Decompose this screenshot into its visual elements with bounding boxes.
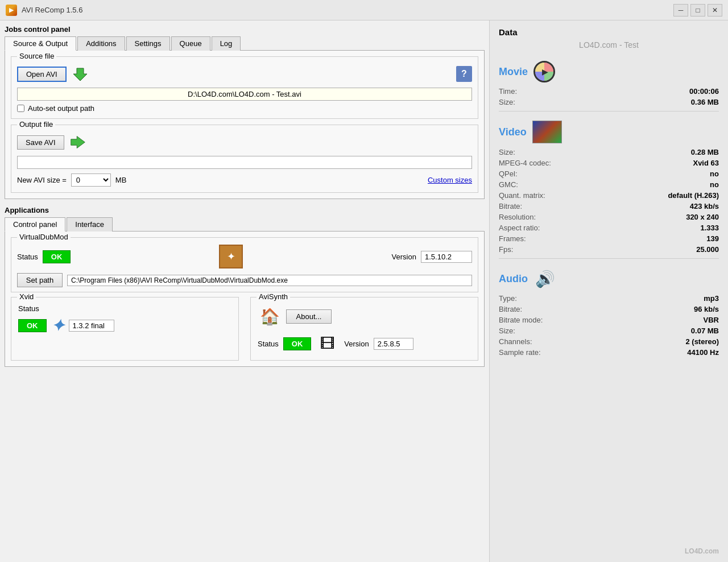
virtual-dub-label: VirtualDubMod bbox=[17, 233, 71, 241]
audio-speaker-icon: 🔊 bbox=[533, 268, 556, 290]
source-file-label: Source file bbox=[17, 52, 56, 60]
vdub-path-input[interactable] bbox=[67, 275, 472, 286]
video-size-row: Size: 0.28 MB bbox=[499, 147, 719, 158]
xvid-version-input[interactable] bbox=[69, 320, 114, 332]
movie-label: Movie bbox=[499, 66, 528, 78]
bitrate-mode-row: Bitrate mode: VBR bbox=[499, 315, 719, 325]
jobs-content: Source file Open AVI ? bbox=[5, 51, 485, 199]
auto-set-path-label: Auto-set output path bbox=[28, 104, 94, 113]
avisynth-section: AviSynth 🏠 About... Status OK 🎞 Version bbox=[250, 297, 478, 361]
xvid-status-value: OK bbox=[18, 319, 47, 332]
output-filepath-input[interactable] bbox=[17, 156, 472, 169]
frames-value: 139 bbox=[706, 234, 719, 243]
video-label: Video bbox=[499, 126, 527, 138]
vdub-version-row: Version bbox=[392, 251, 472, 263]
virtual-dub-box: VirtualDubMod Status OK ✦ Version bbox=[11, 237, 478, 292]
vdub-status-row: Status OK bbox=[17, 250, 71, 263]
avisynth-about-row: 🏠 About... bbox=[258, 304, 471, 328]
vdub-icon: ✦ bbox=[219, 245, 243, 268]
left-panel: Jobs control panel Source & Output Addit… bbox=[0, 20, 489, 562]
audio-size-value: 0.07 MB bbox=[691, 327, 719, 335]
movie-size-label: Size: bbox=[499, 98, 515, 106]
jobs-tab-bar: Source & Output Additions Settings Queue… bbox=[5, 36, 485, 51]
bitrate-label: Bitrate: bbox=[499, 202, 522, 210]
avisynth-house-icon: 🏠 bbox=[258, 304, 282, 328]
avisynth-status-label: Status bbox=[258, 340, 279, 348]
data-panel-title: Data bbox=[499, 27, 518, 37]
close-button[interactable]: ✕ bbox=[708, 4, 722, 16]
size-unit: MB bbox=[115, 176, 127, 184]
svg-marker-1 bbox=[71, 137, 85, 148]
quant-label: Quant. matrix: bbox=[499, 191, 545, 200]
minimize-button[interactable]: ─ bbox=[673, 4, 688, 16]
avisynth-version-label: Version bbox=[344, 340, 369, 348]
vdub-status-value: OK bbox=[43, 250, 71, 263]
app-title: AVI ReComp 1.5.6 bbox=[22, 6, 673, 14]
save-avi-button[interactable]: Save AVI bbox=[17, 135, 64, 150]
app-tab-control-panel[interactable]: Control panel bbox=[5, 217, 65, 232]
app-icon: ▶ bbox=[6, 5, 17, 16]
channels-value: 2 (stereo) bbox=[685, 337, 719, 346]
maximize-button[interactable]: □ bbox=[690, 4, 705, 16]
quant-row: Quant. matrix: default (H.263) bbox=[499, 190, 719, 201]
gmc-value: no bbox=[710, 180, 719, 189]
audio-size-label: Size: bbox=[499, 327, 515, 335]
audio-section-header: Audio 🔊 bbox=[499, 268, 719, 290]
set-path-button[interactable]: Set path bbox=[17, 273, 63, 287]
xvid-logo-icon: ✦ bbox=[51, 316, 64, 335]
resolution-row: Resolution: 320 x 240 bbox=[499, 212, 719, 222]
auto-set-path-checkbox[interactable] bbox=[17, 105, 24, 112]
source-filepath-input[interactable] bbox=[17, 88, 472, 101]
xvid-status-row: Status bbox=[18, 304, 39, 313]
tab-queue[interactable]: Queue bbox=[171, 36, 210, 51]
movie-section-header: Movie ▶ bbox=[499, 61, 719, 82]
xvid-section: Xvid Status OK ✦ bbox=[11, 297, 239, 361]
time-value: 00:00:06 bbox=[689, 87, 719, 96]
codec-row: MPEG-4 codec: Xvid 63 bbox=[499, 158, 719, 168]
custom-sizes-link[interactable]: Custom sizes bbox=[428, 176, 472, 184]
resolution-label: Resolution: bbox=[499, 213, 536, 221]
codec-value: Xvid 63 bbox=[693, 159, 719, 167]
size-select[interactable]: 0 700 1400 bbox=[71, 173, 111, 187]
size-row: New AVI size = 0 700 1400 MB Custom size… bbox=[17, 173, 472, 187]
tab-settings[interactable]: Settings bbox=[126, 36, 170, 51]
tab-source-output[interactable]: Source & Output bbox=[5, 36, 76, 51]
sample-rate-row: Sample rate: 44100 Hz bbox=[499, 347, 719, 358]
sample-rate-value: 44100 Hz bbox=[687, 348, 719, 357]
size-label: New AVI size = bbox=[17, 176, 67, 184]
audio-size-row: Size: 0.07 MB bbox=[499, 325, 719, 336]
codec-label: MPEG-4 codec: bbox=[499, 159, 551, 167]
tab-log[interactable]: Log bbox=[212, 36, 241, 51]
xvid-status-label: Status bbox=[18, 304, 39, 313]
vdub-version-input[interactable] bbox=[421, 251, 472, 263]
save-arrow-icon bbox=[69, 133, 87, 151]
video-size-label: Size: bbox=[499, 148, 515, 156]
app-tab-interface[interactable]: Interface bbox=[67, 217, 113, 232]
lo4d-test-label: LO4D.com - Test bbox=[579, 40, 639, 49]
audio-type-row: Type: mp3 bbox=[499, 293, 719, 304]
tab-additions[interactable]: Additions bbox=[77, 36, 125, 51]
avisynth-label: AviSynth bbox=[257, 292, 290, 301]
open-avi-button[interactable]: Open AVI bbox=[17, 67, 67, 82]
avisynth-bottom-row: Status OK 🎞 Version bbox=[258, 332, 471, 356]
right-panel: Data LO4D.com - Test Movie ▶ Time: 00:00… bbox=[489, 20, 728, 562]
avisynth-film-icon: 🎞 bbox=[316, 332, 340, 356]
xvid-label: Xvid bbox=[17, 292, 36, 301]
channels-label: Channels: bbox=[499, 337, 532, 346]
play-button-icon[interactable]: ▶ bbox=[533, 61, 555, 82]
audio-bitrate-value: 96 kb/s bbox=[694, 305, 719, 313]
avisynth-status-value: OK bbox=[283, 337, 312, 350]
download-arrow-icon bbox=[71, 65, 89, 83]
output-file-section: Output file Save AVI New AVI size = bbox=[11, 125, 478, 193]
output-file-label: Output file bbox=[17, 120, 55, 129]
applications-section: Applications Control panel Interface Vir… bbox=[5, 206, 485, 367]
jobs-panel-title: Jobs control panel bbox=[5, 25, 485, 34]
qpel-value: no bbox=[710, 170, 719, 178]
help-button[interactable]: ? bbox=[456, 66, 472, 82]
avisynth-version-input[interactable] bbox=[374, 338, 413, 350]
aspect-value: 1.333 bbox=[700, 224, 719, 232]
bitrate-row: Bitrate: 423 kb/s bbox=[499, 201, 719, 212]
audio-bitrate-row: Bitrate: 96 kb/s bbox=[499, 304, 719, 315]
about-button[interactable]: About... bbox=[286, 309, 332, 324]
title-bar: ▶ AVI ReComp 1.5.6 ─ □ ✕ bbox=[0, 0, 728, 20]
